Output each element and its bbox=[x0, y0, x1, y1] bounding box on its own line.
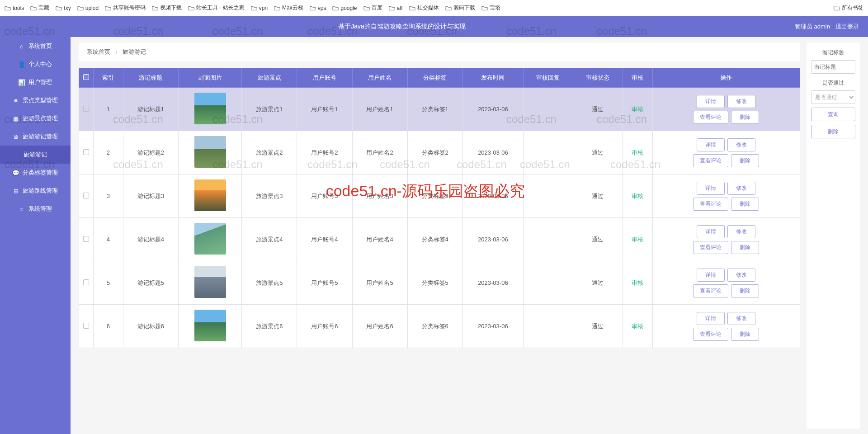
bookmark-item[interactable]: 共享账号密码 bbox=[105, 4, 146, 12]
bookmark-item[interactable]: google bbox=[332, 5, 357, 11]
cell-tag: 分类标签5 bbox=[407, 261, 462, 305]
op-删除-button[interactable]: 删除 bbox=[731, 328, 759, 341]
sidebar-item-3[interactable]: ≡ 景点类型管理 bbox=[0, 91, 71, 109]
bookmark-item[interactable]: vpn bbox=[251, 5, 268, 11]
bookmark-item[interactable]: Max云梯 bbox=[274, 4, 303, 12]
bookmark-label: 宝塔 bbox=[490, 4, 500, 12]
breadcrumb-home[interactable]: 系统首页 bbox=[87, 48, 110, 56]
bookmark-label: 宝藏 bbox=[38, 4, 49, 12]
op-查看评论-button[interactable]: 查看评论 bbox=[693, 328, 728, 341]
row-checkbox[interactable] bbox=[83, 106, 89, 112]
op-修改-button[interactable]: 修改 bbox=[727, 95, 755, 108]
op-详情-button[interactable]: 详情 bbox=[697, 312, 725, 325]
sidebar-item-5[interactable]: 🗎 旅游游记管理 bbox=[0, 127, 71, 146]
row-checkbox[interactable] bbox=[83, 279, 89, 285]
cell-spot: 旅游景点1 bbox=[242, 88, 297, 131]
cell-username: 用户姓名4 bbox=[352, 218, 407, 261]
op-修改-button[interactable]: 修改 bbox=[727, 182, 755, 195]
sidebar-item-4[interactable]: ▦ 旅游景点管理 bbox=[0, 109, 71, 127]
op-修改-button[interactable]: 修改 bbox=[727, 138, 755, 151]
op-修改-button[interactable]: 修改 bbox=[727, 312, 755, 325]
cell-title: 游记标题4 bbox=[123, 218, 178, 261]
query-button[interactable]: 查询 bbox=[811, 108, 855, 121]
app-header: 基于Java的自驾游攻略查询系统的设计与实现 管理员 admin 退出登录 bbox=[0, 16, 868, 37]
bookmark-item[interactable]: 百度 bbox=[363, 4, 382, 12]
thumbnail-image[interactable] bbox=[194, 223, 226, 255]
cell-date: 2023-03-06 bbox=[462, 305, 523, 348]
bookmark-item[interactable]: vps bbox=[310, 5, 326, 11]
sidebar-item-9[interactable]: ≡ 系统管理 bbox=[0, 200, 71, 218]
row-checkbox[interactable] bbox=[83, 323, 89, 329]
filter-title-input[interactable] bbox=[811, 60, 855, 74]
op-查看评论-button[interactable]: 查看评论 bbox=[693, 284, 728, 297]
sidebar-item-2[interactable]: 📊 用户管理 bbox=[0, 73, 71, 91]
filter-pass-select[interactable]: 是否通过 bbox=[811, 90, 855, 104]
table-row: 5 游记标题5 旅游景点5 用户账号5 用户姓名5 分类标签5 2023-03-… bbox=[79, 261, 800, 305]
thumbnail-image[interactable] bbox=[194, 93, 226, 124]
thumbnail-image[interactable] bbox=[194, 266, 226, 298]
op-详情-button[interactable]: 详情 bbox=[697, 269, 725, 282]
bookmark-item[interactable]: 源码下载 bbox=[445, 4, 475, 12]
sidebar-item-7[interactable]: 💬 分类标签管理 bbox=[0, 164, 71, 182]
bookmark-label: txy bbox=[64, 5, 71, 11]
op-删除-button[interactable]: 删除 bbox=[731, 284, 759, 297]
sidebar-item-1[interactable]: 👤 个人中心 bbox=[0, 55, 71, 73]
audit-link[interactable]: 审核 bbox=[632, 323, 643, 330]
delete-button[interactable]: 删除 bbox=[811, 125, 855, 138]
op-查看评论-button[interactable]: 查看评论 bbox=[693, 198, 728, 211]
bookmark-item[interactable]: 社交媒体 bbox=[409, 4, 439, 12]
op-修改-button[interactable]: 修改 bbox=[727, 225, 755, 238]
bookmark-label: vpn bbox=[259, 5, 268, 11]
thumbnail-image[interactable] bbox=[194, 179, 226, 211]
audit-link[interactable]: 审核 bbox=[632, 236, 643, 243]
col-header: 索引 bbox=[94, 68, 123, 88]
bookmark-item[interactable]: txy bbox=[56, 5, 71, 11]
sidebar-item-0[interactable]: ⌂ 系统首页 bbox=[0, 37, 71, 55]
tag-icon: 💬 bbox=[13, 170, 19, 176]
op-查看评论-button[interactable]: 查看评论 bbox=[693, 241, 728, 254]
select-all-checkbox[interactable] bbox=[83, 74, 89, 80]
bookmarks-bar: tools宝藏txyuplod共享账号密码视频下载站长工具 - 站长之家vpnM… bbox=[0, 0, 868, 16]
op-删除-button[interactable]: 删除 bbox=[731, 154, 759, 167]
op-详情-button[interactable]: 详情 bbox=[697, 95, 725, 108]
op-修改-button[interactable]: 修改 bbox=[727, 269, 755, 282]
op-删除-button[interactable]: 删除 bbox=[731, 111, 759, 124]
audit-link[interactable]: 审核 bbox=[632, 279, 643, 286]
sidebar-item-label: 旅游路线管理 bbox=[23, 187, 58, 195]
bookmark-label: 站长工具 - 站长之家 bbox=[196, 4, 245, 12]
bookmark-item[interactable]: 宝藏 bbox=[30, 4, 49, 12]
op-详情-button[interactable]: 详情 bbox=[697, 182, 725, 195]
folder-icon bbox=[152, 5, 158, 11]
user-info[interactable]: 管理员 admin bbox=[795, 23, 830, 31]
op-查看评论-button[interactable]: 查看评论 bbox=[693, 111, 728, 124]
op-查看评论-button[interactable]: 查看评论 bbox=[693, 154, 728, 167]
bookmark-item[interactable]: 宝塔 bbox=[481, 4, 500, 12]
cell-spot: 旅游景点3 bbox=[242, 175, 297, 218]
cell-username: 用户姓名1 bbox=[352, 88, 407, 131]
bookmark-item[interactable]: uplod bbox=[77, 5, 99, 11]
bookmark-all[interactable]: 所有书签 bbox=[834, 4, 863, 12]
audit-link[interactable]: 审核 bbox=[632, 193, 643, 199]
op-详情-button[interactable]: 详情 bbox=[697, 225, 725, 238]
folder-icon bbox=[389, 5, 395, 11]
bookmark-item[interactable]: tools bbox=[5, 5, 24, 11]
sidebar-item-6[interactable]: 旅游游记 bbox=[0, 146, 71, 164]
op-删除-button[interactable]: 删除 bbox=[731, 198, 759, 211]
bookmark-label: 源码下载 bbox=[453, 4, 475, 12]
audit-link[interactable]: 审核 bbox=[632, 149, 643, 156]
sidebar-item-8[interactable]: ⊞ 旅游路线管理 bbox=[0, 182, 71, 200]
bookmark-label: 视频下载 bbox=[160, 4, 182, 12]
op-删除-button[interactable]: 删除 bbox=[731, 241, 759, 254]
row-checkbox[interactable] bbox=[83, 193, 89, 198]
thumbnail-image[interactable] bbox=[194, 310, 226, 341]
bookmark-item[interactable]: 站长工具 - 站长之家 bbox=[188, 4, 245, 12]
logout-link[interactable]: 退出登录 bbox=[835, 23, 859, 31]
bookmark-item[interactable]: 视频下载 bbox=[152, 4, 182, 12]
thumbnail-image[interactable] bbox=[194, 136, 226, 168]
row-checkbox[interactable] bbox=[83, 149, 89, 155]
bookmark-item[interactable]: aff bbox=[389, 5, 403, 11]
col-header: 封面图片 bbox=[179, 68, 242, 88]
audit-link[interactable]: 审核 bbox=[632, 106, 643, 113]
op-详情-button[interactable]: 详情 bbox=[697, 138, 725, 151]
row-checkbox[interactable] bbox=[83, 236, 89, 242]
